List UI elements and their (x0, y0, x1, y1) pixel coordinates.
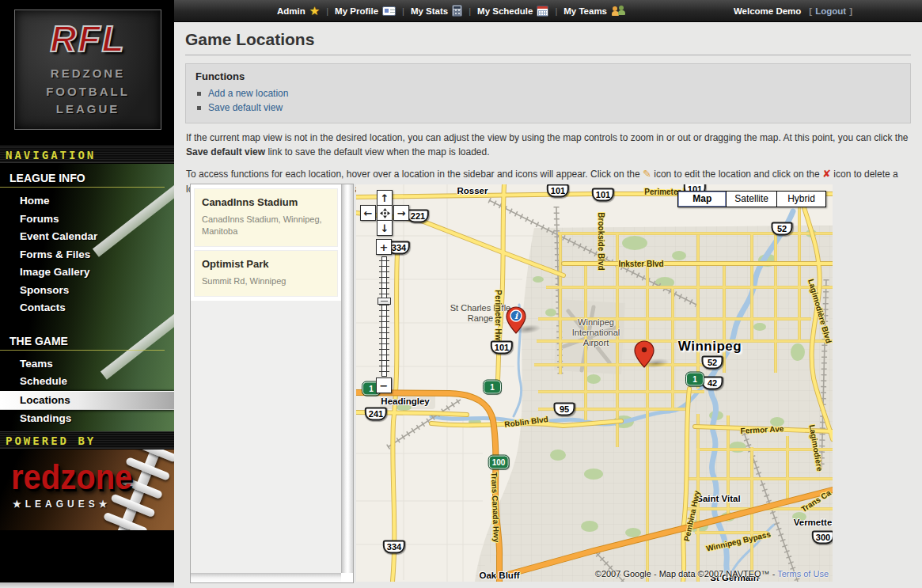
main-content: Game Locations Functions Add a new locat… (174, 22, 922, 588)
topbar-item-label: My Stats (411, 6, 448, 16)
map-label-saint-vital: Saint Vital (696, 494, 740, 503)
people-icon (611, 6, 625, 16)
edit-pencil-icon: ✎ (643, 168, 651, 180)
location-address: Summit Rd, Winnipeg (202, 275, 330, 287)
highway-shield-334: 334 (383, 541, 405, 554)
function-link-row: Add a new location (197, 87, 901, 100)
calendar-icon (537, 6, 548, 17)
sidebar-item-locations[interactable]: Locations (0, 391, 174, 411)
topbar-item-label: Admin (277, 6, 305, 16)
league-logo: RFL REDZONE FOOTBALL LEAGUE (14, 9, 161, 130)
road-label-pembina-hwy: Pembina Hwy (682, 490, 701, 542)
pan-right-button[interactable]: → (393, 205, 409, 221)
road-label-lagimodi-re: Lagimodière (807, 424, 824, 472)
highway-shield-101: 101 (547, 184, 569, 198)
pan-up-button[interactable]: ↑ (377, 190, 393, 206)
logout-bracket-close: ] (849, 6, 852, 16)
terms-of-use-link[interactable]: Terms of Use (777, 569, 829, 579)
road-label-fermor-ave: Fermor Ave (740, 424, 784, 435)
location-name: Optimist Park (202, 258, 330, 270)
highway-shield-52: 52 (772, 222, 793, 236)
topbar-item-my-schedule[interactable]: My Schedule (477, 6, 548, 17)
sidebar-item-teams[interactable]: Teams (0, 355, 174, 374)
topbar-item-admin[interactable]: Admin★ (277, 4, 320, 18)
topbar-menu: Admin★|My Profile|My Stats|My Schedule|M… (277, 4, 625, 18)
logout-link[interactable]: Logout (815, 6, 846, 16)
road-label-lagimodi-re-blvd: Lagimodière Blvd (806, 278, 833, 344)
pan-center-button[interactable] (377, 205, 393, 221)
bullet-icon (197, 92, 201, 96)
sidebar-item-schedule[interactable]: Schedule (0, 373, 174, 391)
league-logo-line: REDZONE (51, 65, 125, 83)
map-label-rosser: Rosser (457, 186, 488, 195)
sidebar-nav: LEAGUE INFOHomeForumsEvent CalendarForms… (0, 164, 174, 431)
highway-shield-100: 100 (489, 456, 509, 469)
functions-title: Functions (195, 70, 901, 82)
location-card-canadinns-stadium[interactable]: CanadInns StadiumCanadInns Stadium, Winn… (194, 188, 338, 247)
zoom-out-button[interactable]: − (376, 377, 392, 393)
sidebar-item-sponsors[interactable]: Sponsors (0, 282, 174, 300)
topbar-separator: | (548, 6, 563, 16)
map-label-winnipeg-international-airport: Winnipeg International Airport (559, 317, 633, 348)
sidebar-item-home[interactable]: Home (0, 192, 174, 211)
functions-links: Add a new locationSave default view (195, 87, 901, 114)
map-label-oak-bluff: Oak Bluff (479, 571, 519, 580)
zoom-in-button[interactable]: + (376, 239, 392, 255)
locations-vertical-scrollbar[interactable] (341, 184, 353, 573)
topbar-item-my-stats[interactable]: My Stats (411, 5, 462, 17)
sidebar-bottom-strip (0, 582, 174, 588)
sidebar-item-contacts[interactable]: Contacts (0, 299, 174, 317)
function-link-save-default-view[interactable]: Save default view (208, 101, 283, 114)
road-label-perimeter-hwy: Perimeter Hwy (494, 290, 503, 344)
vcard-icon (382, 6, 396, 16)
welcome-text: Welcome Demo (734, 6, 801, 16)
pan-left-button[interactable]: ← (360, 205, 376, 221)
redzone-brand[interactable]: redzone (11, 457, 132, 497)
topbar-separator: | (396, 6, 411, 16)
topbar-item-my-profile[interactable]: My Profile (335, 6, 396, 16)
pan-down-button[interactable]: ↓ (377, 220, 393, 236)
map-type-map[interactable]: Map (677, 191, 727, 207)
map-overlay: RosserHeadingleyOak BluffVermetteSaint V… (356, 184, 833, 582)
topbar-item-my-teams[interactable]: My Teams (563, 6, 625, 16)
map-canvas[interactable]: RosserHeadingleyOak BluffVermetteSaint V… (356, 184, 833, 582)
navigation-banner: NAVIGATION (0, 146, 174, 163)
map-type-hybrid[interactable]: Hybrid (777, 191, 826, 207)
sidebar-item-image-gallery[interactable]: Image Gallery (0, 264, 174, 282)
zoom-slider-handle[interactable] (378, 298, 391, 305)
highway-shield-101: 101 (592, 188, 614, 202)
road-label-trans-ca: Trans Ca (799, 488, 832, 514)
nav-section-title-league-info: LEAGUE INFO (0, 164, 165, 188)
highway-shield-95: 95 (554, 403, 575, 416)
map-label-winnipeg: Winnipeg (678, 339, 742, 355)
highway-shield-42: 42 (702, 377, 723, 390)
map-type-satellite[interactable]: Satellite (727, 191, 777, 207)
locations-horizontal-scrollbar[interactable] (191, 573, 341, 582)
highway-shield-101: 101 (491, 341, 513, 355)
sidebar-item-forums[interactable]: Forums (0, 211, 174, 229)
map-label-st-charles-rifle-range: St Charles Rifle Range (446, 303, 515, 324)
sidebar-nav-background: LEAGUE INFOHomeForumsEvent CalendarForms… (0, 164, 174, 431)
map-marker-info[interactable]: i (506, 306, 526, 337)
bullet-icon (197, 106, 201, 110)
sidebar-item-forms-files[interactable]: Forms & Files (0, 246, 174, 264)
nav-section-gap (0, 317, 174, 327)
location-name: CanadInns Stadium (202, 196, 330, 208)
topbar-item-label: My Profile (335, 6, 378, 16)
location-card-optimist-park[interactable]: Optimist ParkSummit Rd, Winnipeg (194, 250, 338, 297)
map-label-headingley: Headingley (381, 396, 429, 406)
location-address: CanadInns Stadium, Winnipeg, Manitoba (202, 214, 330, 237)
logout-group: [ Logout ] (809, 6, 852, 16)
map-attribution: ©2007 Google - Map data ©2007 NAVTEQ™ - … (595, 569, 829, 579)
road-label-trans-canada-hwy: Trans Canada Hwy (490, 472, 501, 542)
road-label-winnipeg-bypass: Winnipeg Bypass (705, 529, 772, 552)
function-link-add-a-new-location[interactable]: Add a new location (208, 87, 288, 100)
pan-center-icon (380, 208, 390, 218)
map-marker[interactable] (634, 340, 655, 371)
star-icon: ★ (309, 4, 320, 18)
highway-shield-1: 1 (484, 381, 501, 394)
sidebar-item-event-calendar[interactable]: Event Calendar (0, 228, 174, 246)
location-cards: CanadInns StadiumCanadInns Stadium, Winn… (191, 184, 341, 301)
sidebar-item-standings[interactable]: Standings (0, 410, 174, 428)
redzone-logo-area: redzone ★LEAGUES★ (0, 450, 174, 530)
